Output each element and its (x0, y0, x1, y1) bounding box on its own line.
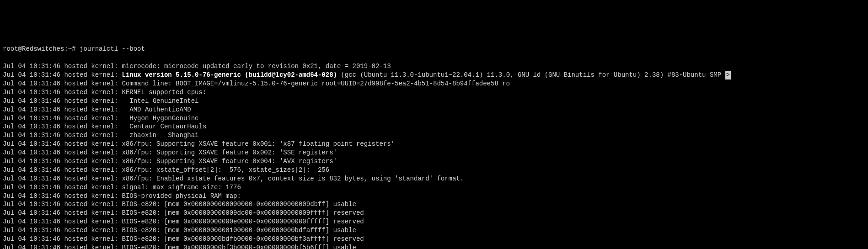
log-message: Command line: BOOT_IMAGE=/vmlinuz-5.15.0… (122, 80, 510, 87)
log-message: microcode: microcode updated early to re… (122, 63, 391, 70)
log-line: Jul 04 10:31:46 hosted kernel: BIOS-e820… (3, 200, 865, 209)
log-host: hosted (64, 201, 87, 208)
log-timestamp: Jul 04 10:31:46 (3, 71, 60, 79)
log-host: hosted (64, 97, 87, 105)
log-line: Jul 04 10:31:46 hosted kernel: KERNEL su… (3, 88, 865, 97)
log-message: signal: max sigframe size: 1776 (122, 184, 241, 191)
log-source: kernel: (91, 209, 118, 217)
log-message: BIOS-e820: [mem 0x00000000000e0000-0x000… (122, 218, 364, 225)
log-timestamp: Jul 04 10:31:46 (3, 63, 60, 70)
log-message: BIOS-e820: [mem 0x00000000bf3b0000-0x000… (122, 244, 356, 249)
log-host: hosted (64, 235, 87, 243)
log-host: hosted (64, 123, 87, 130)
log-message: AMD AuthenticAMD (122, 106, 191, 113)
log-line: Jul 04 10:31:46 hosted kernel: zhaoxin S… (3, 131, 865, 140)
log-source: kernel: (91, 149, 118, 156)
log-host: hosted (64, 106, 87, 113)
log-source: kernel: (91, 218, 118, 225)
log-message: x86/fpu: xstate_offset[2]: 576, xstate_s… (122, 166, 329, 174)
log-timestamp: Jul 04 10:31:46 (3, 158, 60, 165)
log-source: kernel: (91, 80, 118, 87)
log-source: kernel: (91, 132, 118, 139)
log-message: Intel GenuineIntel (122, 97, 198, 105)
log-message: BIOS-e820: [mem 0x00000000bdfb0000-0x000… (122, 235, 364, 243)
log-source: kernel: (91, 227, 118, 234)
log-source: kernel: (91, 89, 118, 96)
log-line: Jul 04 10:31:46 hosted kernel: BIOS-e820… (3, 235, 865, 244)
log-timestamp: Jul 04 10:31:46 (3, 97, 60, 105)
log-line: Jul 04 10:31:46 hosted kernel: x86/fpu: … (3, 157, 865, 166)
log-message-highlight: Linux version 5.15.0-76-generic (buildd@… (122, 71, 337, 79)
log-line: Jul 04 10:31:46 hosted kernel: x86/fpu: … (3, 166, 865, 175)
log-timestamp: Jul 04 10:31:46 (3, 166, 60, 174)
prompt-path: ~ (68, 45, 72, 53)
log-source: kernel: (91, 175, 118, 182)
log-host: hosted (64, 175, 87, 182)
log-timestamp: Jul 04 10:31:46 (3, 201, 60, 208)
terminal-output[interactable]: root@Redswitches:~# journalctl --boot Ju… (3, 37, 865, 249)
log-output: Jul 04 10:31:46 hosted kernel: microcode… (3, 62, 865, 249)
log-host: hosted (64, 140, 87, 148)
log-line: Jul 04 10:31:46 hosted kernel: BIOS-e820… (3, 226, 865, 235)
log-source: kernel: (91, 106, 118, 113)
log-message: x86/fpu: Supporting XSAVE feature 0x002:… (122, 149, 337, 156)
log-timestamp: Jul 04 10:31:46 (3, 209, 60, 217)
log-host: hosted (64, 132, 87, 139)
log-line: Jul 04 10:31:46 hosted kernel: x86/fpu: … (3, 175, 865, 183)
log-line: Jul 04 10:31:46 hosted kernel: Hygon Hyg… (3, 114, 865, 123)
log-source: kernel: (91, 166, 118, 174)
log-host: hosted (64, 184, 87, 191)
log-timestamp: Jul 04 10:31:46 (3, 184, 60, 191)
log-host: hosted (64, 115, 87, 122)
log-line: Jul 04 10:31:46 hosted kernel: Intel Gen… (3, 97, 865, 106)
log-source: kernel: (91, 123, 118, 130)
log-source: kernel: (91, 201, 118, 208)
log-source: kernel: (91, 115, 118, 122)
log-message: BIOS-e820: [mem 0x000000000009dc00-0x000… (122, 209, 364, 217)
log-host: hosted (64, 149, 87, 156)
log-timestamp: Jul 04 10:31:46 (3, 149, 60, 156)
log-line: Jul 04 10:31:46 hosted kernel: BIOS-prov… (3, 192, 865, 201)
log-source: kernel: (91, 244, 118, 249)
log-host: hosted (64, 166, 87, 174)
shell-prompt-line: root@Redswitches:~# journalctl --boot (3, 45, 865, 53)
log-source: kernel: (91, 158, 118, 165)
log-message: BIOS-provided physical RAM map: (122, 192, 241, 200)
log-host: hosted (64, 227, 87, 234)
log-line: Jul 04 10:31:46 hosted kernel: x86/fpu: … (3, 148, 865, 157)
log-timestamp: Jul 04 10:31:46 (3, 192, 60, 200)
scroll-right-indicator: > (725, 71, 731, 79)
log-message: BIOS-e820: [mem 0x0000000000000000-0x000… (122, 201, 356, 208)
log-timestamp: Jul 04 10:31:46 (3, 89, 60, 96)
log-host: hosted (64, 192, 87, 200)
log-timestamp: Jul 04 10:31:46 (3, 140, 60, 148)
log-line: Jul 04 10:31:46 hosted kernel: microcode… (3, 62, 865, 71)
log-message: x86/fpu: Enabled xstate features 0x7, co… (122, 175, 464, 182)
log-message: x86/fpu: Supporting XSAVE feature 0x001:… (122, 140, 395, 148)
log-line: Jul 04 10:31:46 hosted kernel: x86/fpu: … (3, 140, 865, 148)
log-timestamp: Jul 04 10:31:46 (3, 80, 60, 87)
log-timestamp: Jul 04 10:31:46 (3, 123, 60, 130)
log-source: kernel: (91, 235, 118, 243)
log-line: Jul 04 10:31:46 hosted kernel: AMD Authe… (3, 106, 865, 114)
log-host: hosted (64, 89, 87, 96)
log-host: hosted (64, 158, 87, 165)
log-message: KERNEL supported cpus: (122, 89, 206, 96)
log-source: kernel: (91, 71, 118, 79)
log-source: kernel: (91, 97, 118, 105)
log-line: Jul 04 10:31:46 hosted kernel: BIOS-e820… (3, 244, 865, 249)
log-message: BIOS-e820: [mem 0x0000000000100000-0x000… (122, 227, 356, 234)
log-line: Jul 04 10:31:46 hosted kernel: signal: m… (3, 183, 865, 192)
log-timestamp: Jul 04 10:31:46 (3, 244, 60, 249)
log-host: hosted (64, 71, 87, 79)
log-timestamp: Jul 04 10:31:46 (3, 218, 60, 225)
prompt-user-host: root@Redswitches (3, 45, 64, 53)
log-host: hosted (64, 209, 87, 217)
log-line: Jul 04 10:31:46 hosted kernel: BIOS-e820… (3, 209, 865, 217)
log-host: hosted (64, 80, 87, 87)
log-message: Hygon HygonGenuine (122, 115, 198, 122)
log-line: Jul 04 10:31:46 hosted kernel: Centaur C… (3, 122, 865, 131)
log-timestamp: Jul 04 10:31:46 (3, 132, 60, 139)
log-message: Centaur CentaurHauls (122, 123, 206, 130)
log-timestamp: Jul 04 10:31:46 (3, 106, 60, 113)
